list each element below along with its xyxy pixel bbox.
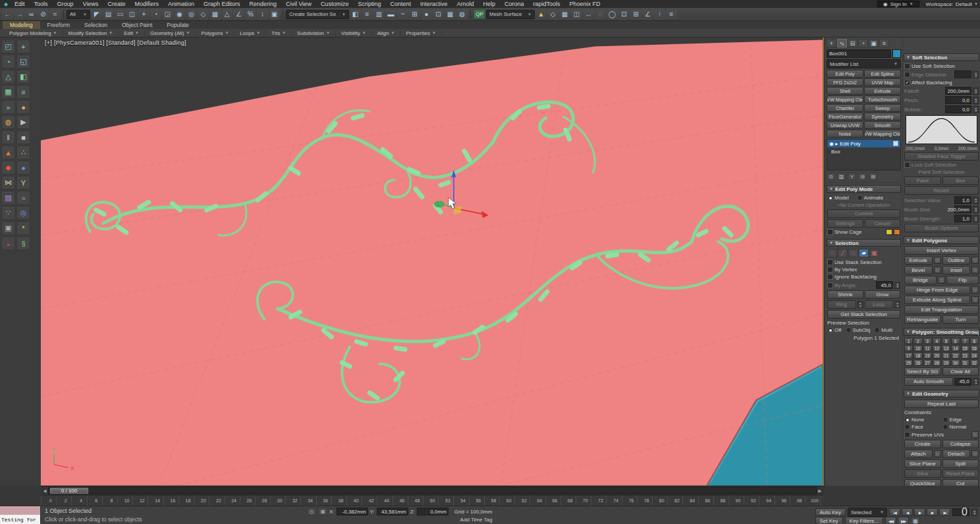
commit-button[interactable]: Commit	[827, 209, 900, 218]
toolbar-icon[interactable]: ↔	[583, 9, 594, 20]
smoothing-group-button[interactable]: 31	[961, 359, 969, 366]
falloff-spinner[interactable]: 200,0mm	[945, 87, 971, 95]
modifier-stack[interactable]: ◉ ▸ Edit Poly Box	[827, 139, 901, 170]
toolbar-icon[interactable]: ←	[2, 9, 13, 20]
create-button[interactable]: Create	[904, 440, 941, 448]
smoothing-group-button[interactable]: 27	[923, 359, 932, 366]
menu-item[interactable]: Rendering	[245, 1, 282, 7]
toolbar-icon[interactable]: ⊡	[433, 9, 444, 20]
key-step-button[interactable]: ◀◀	[885, 517, 896, 524]
ribbon-tool-group[interactable]: Tris▼	[266, 30, 292, 36]
toolbar-icon[interactable]: △	[221, 9, 232, 20]
toolbar-icon[interactable]: ▦	[445, 9, 456, 20]
ribbon-tab[interactable]: Freeform	[40, 21, 77, 29]
left-toolbar-icon[interactable]: ⋈	[1, 176, 15, 190]
constraint-edge-radio[interactable]	[942, 417, 948, 423]
bridge-button[interactable]: Bridge	[904, 276, 937, 284]
outline-button[interactable]: Outline	[942, 256, 971, 265]
hinge-from-edge-button[interactable]: Hinge From Edge	[904, 286, 970, 294]
rollout-header[interactable]: ▼Selection	[827, 239, 901, 247]
modifier-preset-button[interactable]: UVW Map	[864, 78, 901, 86]
constraint-normal-radio[interactable]	[942, 424, 948, 430]
edge-distance-spinner[interactable]	[954, 70, 971, 78]
toolbar-icon[interactable]: ⊞	[630, 9, 641, 20]
toolbar-icon[interactable]: ▭	[115, 9, 126, 20]
get-stack-selection-button[interactable]: Get Stack Selection	[827, 310, 900, 319]
toolbar-icon[interactable]: ∠	[642, 9, 653, 20]
toolbar-icon[interactable]: ◇	[547, 9, 558, 20]
left-toolbar-icon[interactable]: ▦	[1, 85, 15, 99]
named-selection-set-dropdown[interactable]: Create Selection Se▼	[286, 10, 349, 19]
menu-item[interactable]: Interactive	[416, 1, 452, 7]
modifier-preset-button[interactable]: Shell	[827, 87, 863, 95]
ribbon-tab[interactable]: Object Paint	[115, 21, 159, 29]
smoothing-group-button[interactable]: 4	[933, 338, 941, 344]
object-name-field[interactable]: Box001	[827, 49, 891, 58]
object-color-swatch[interactable]	[892, 49, 901, 58]
inset-button[interactable]: Inset	[942, 266, 971, 275]
auto-key-button[interactable]: Auto Key	[815, 508, 846, 516]
ribbon-tool-group[interactable]: Polygons▼	[196, 30, 234, 36]
auto-smooth-spinner[interactable]: 45,0	[954, 378, 971, 386]
left-toolbar-icon[interactable]: *	[16, 221, 30, 235]
reset-plane-button[interactable]: Reset Plane	[942, 469, 979, 478]
left-toolbar-icon[interactable]: ≈	[16, 191, 30, 205]
command-panel-tab[interactable]: ◔	[858, 39, 868, 47]
toolbar-icon[interactable]: ▦	[559, 9, 570, 20]
toolbar-icon[interactable]: ◇	[198, 9, 209, 20]
ribbon-tool-group[interactable]: Loops▼	[234, 30, 266, 36]
stack-tool-icon[interactable]: ⊖	[858, 172, 867, 180]
modifier-preset-button[interactable]: Unwrap UVW	[827, 121, 863, 129]
left-toolbar-icon[interactable]: ▶	[16, 115, 30, 129]
track-bar[interactable]: 0246810121416182022242628303234363840424…	[41, 495, 824, 506]
stack-tool-icon[interactable]: Y	[848, 172, 856, 180]
menu-item[interactable]: Tools	[30, 1, 53, 7]
toolbar-icon[interactable]: ◧	[350, 9, 361, 20]
transport-button[interactable]: ▶	[927, 508, 938, 516]
smoothing-group-button[interactable]: 13	[942, 345, 950, 352]
transport-button[interactable]: |◀	[889, 508, 900, 516]
add-time-tag[interactable]: Add Time Tag	[460, 517, 493, 523]
modifier-stack-row[interactable]: Box	[827, 147, 900, 155]
smoothing-group-button[interactable]: 15	[961, 345, 969, 352]
modifier-preset-button[interactable]: Edit Spline	[864, 70, 901, 78]
subobject-level-icon[interactable]: ▩	[869, 249, 879, 257]
left-toolbar-icon[interactable]: Y	[16, 176, 30, 190]
left-toolbar-icon[interactable]: ◒	[1, 236, 15, 250]
use-stack-selection-checkbox[interactable]	[827, 259, 833, 265]
left-toolbar-icon[interactable]: ◔	[1, 55, 15, 68]
left-toolbar-icon[interactable]: ≡	[16, 85, 30, 99]
use-soft-selection-checkbox[interactable]	[904, 63, 910, 69]
loop-button[interactable]: Loop	[865, 300, 894, 309]
ring-button[interactable]: Ring	[827, 300, 856, 309]
extrude-spline-settings-icon[interactable]: □	[971, 296, 979, 303]
toolbar-icon[interactable]: ∠	[233, 9, 244, 20]
quad-menu-icon[interactable]: QP	[474, 9, 485, 19]
command-panel-tab[interactable]: ∿	[837, 39, 847, 47]
smoothing-group-button[interactable]: 16	[970, 345, 979, 352]
modifier-preset-button[interactable]: Edit Poly	[827, 70, 863, 78]
left-toolbar-icon[interactable]: ◎	[16, 206, 30, 220]
ribbon-tool-group[interactable]: Properties▼	[400, 30, 441, 36]
smoothing-group-button[interactable]: 21	[942, 352, 950, 359]
smoothing-group-button[interactable]: 23	[961, 352, 969, 359]
preserve-uvs-settings-icon[interactable]: □	[971, 431, 979, 438]
command-panel-tab[interactable]: +	[827, 39, 836, 47]
lock-soft-selection-checkbox[interactable]	[904, 162, 910, 168]
perspective-viewport[interactable]: Y X [+] [PhysCamera001] [Standard] [Defa…	[41, 38, 824, 486]
toolbar-icon[interactable]: ~	[397, 9, 408, 20]
ribbon-tool-group[interactable]: Geometry (All)▼	[145, 30, 196, 36]
subobject-level-icon[interactable]: ╱	[838, 249, 848, 257]
modifier-list-dropdown[interactable]: Modifier List▼	[827, 59, 901, 68]
ribbon-tool-group[interactable]: Modify Selection▼	[63, 30, 119, 36]
subobject-level-icon[interactable]: □	[848, 249, 858, 257]
smoothing-group-button[interactable]: 18	[913, 352, 922, 359]
toolbar-icon[interactable]: ▣	[269, 9, 280, 20]
modifier-active-toggle[interactable]	[893, 141, 898, 146]
selection-filter-dropdown[interactable]: All▼	[67, 10, 90, 19]
key-filters-button[interactable]: Key Filters...	[845, 517, 883, 524]
smoothing-group-button[interactable]: 2	[913, 338, 922, 344]
toolbar-icon[interactable]: ▥	[373, 9, 385, 20]
left-toolbar-icon[interactable]: ◰	[1, 39, 15, 53]
rollout-header[interactable]: ▼Edit Poly Mode	[827, 185, 901, 193]
